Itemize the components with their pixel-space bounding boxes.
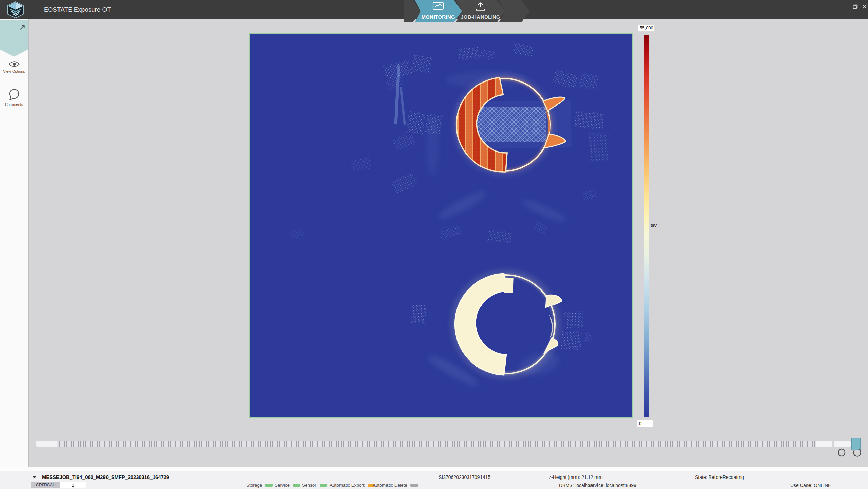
sidebar-item-view-options[interactable]: View Options: [0, 61, 28, 73]
service-label: Service: [275, 483, 290, 488]
build-layer-heatmap-viewport[interactable]: [249, 33, 633, 418]
use-case-info: Use Case: ONLINE: [790, 483, 831, 488]
status-bar: MESSEJOB_TI64_060_M290_SMFP_20230316_164…: [0, 471, 868, 489]
close-icon: [862, 4, 867, 9]
restore-button[interactable]: [851, 3, 860, 11]
chevron-down-icon: [32, 476, 37, 478]
upload-icon: [474, 2, 487, 11]
comments-label: Comments: [5, 102, 23, 107]
sensor-label: Sensor: [302, 483, 316, 488]
storage-label: Storage: [246, 483, 262, 488]
critical-badge: CRITICAL: 2: [31, 482, 86, 488]
machine-state: State: BeforeRecoating: [695, 474, 744, 480]
timeline-segment: [816, 441, 832, 447]
timeline-ticks[interactable]: [57, 441, 830, 447]
timeline-start-cap: [36, 441, 57, 447]
statusbar-divider: [0, 467, 868, 471]
critical-count: 2: [60, 482, 86, 488]
service-info: Service: localhost:8899: [587, 483, 636, 488]
rotate-refresh-icon: [852, 448, 862, 457]
tab-monitoring[interactable]: MONITORING: [415, 0, 462, 22]
minimize-icon: [843, 4, 847, 9]
indicator-storage: Storage: [246, 483, 273, 488]
tab-monitoring-label: MONITORING: [421, 14, 455, 20]
minimize-button[interactable]: [841, 3, 849, 11]
tab-job-handling-label: JOB-HANDLING: [461, 14, 500, 20]
z-height-value: z-Height (mm): 21.12 mm: [549, 474, 603, 480]
circle-icon: [837, 448, 846, 457]
layer-timeline-scrubber[interactable]: [36, 441, 861, 447]
app-logo-icon: [6, 1, 25, 20]
automatic-delete-label: Automatic Delete: [373, 483, 407, 488]
job-name: MESSEJOB_TI64_060_M290_SMFP_20230316_164…: [42, 474, 169, 480]
app-title: EOSTATE Exposure OT: [44, 6, 111, 14]
indicator-sensor: Sensor: [302, 483, 327, 488]
service-led-icon: [293, 484, 300, 487]
eye-icon: [8, 61, 20, 68]
colorbar-min-label: 0: [637, 420, 653, 427]
sensor-led-icon: [320, 484, 327, 487]
automatic-export-label: Automatic Export: [330, 483, 365, 488]
grayvalue-colorbar: [644, 35, 649, 417]
indicator-automatic-delete: Automatic Delete: [373, 483, 418, 488]
indicator-automatic-export: Automatic Export: [330, 483, 375, 488]
job-selector[interactable]: MESSEJOB_TI64_060_M290_SMFP_20230316_164…: [32, 474, 169, 480]
close-button[interactable]: [860, 3, 868, 11]
tab-job-handling[interactable]: JOB-HANDLING: [456, 0, 505, 22]
monitoring-chart-icon: [432, 2, 444, 11]
colorbar-unit-label: GV: [651, 223, 657, 228]
left-sidebar: View Options Comments: [0, 19, 29, 467]
session-id: SI370620230317091415: [439, 474, 490, 480]
restore-icon: [853, 4, 858, 9]
automatic-delete-led-icon: [410, 484, 418, 487]
view-options-label: View Options: [3, 69, 25, 73]
reset-view-button[interactable]: [837, 448, 846, 458]
popout-panel-button[interactable]: [0, 20, 28, 57]
sidebar-item-comments[interactable]: Comments: [0, 89, 28, 107]
timeline-segment: [834, 441, 851, 447]
indicator-service: Service: [275, 483, 300, 488]
colorbar-max-label: 55,000: [638, 24, 655, 32]
external-arrow-icon: [19, 24, 25, 30]
refresh-view-button[interactable]: [852, 448, 862, 457]
storage-led-icon: [265, 484, 273, 487]
build-layer-heatmap-image: [250, 34, 632, 417]
critical-label: CRITICAL:: [31, 482, 60, 488]
comment-bubble-icon: [8, 89, 21, 101]
